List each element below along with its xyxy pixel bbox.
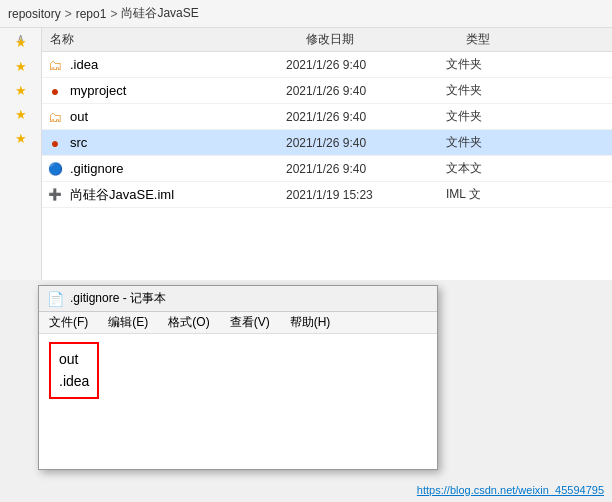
file-date: 2021/1/26 9:40 — [286, 58, 446, 72]
file-type: 文本文 — [446, 160, 608, 177]
file-name-cell: ● src — [46, 134, 286, 152]
file-name-cell: 🔵 .gitignore — [46, 160, 286, 178]
iml-icon: ➕ — [46, 186, 64, 204]
sidebar-star-2[interactable]: ★ — [13, 58, 29, 74]
file-type: IML 文 — [446, 186, 608, 203]
file-type: 文件夹 — [446, 108, 608, 125]
file-date: 2021/1/26 9:40 — [286, 136, 446, 150]
file-name: src — [70, 135, 87, 150]
content-highlight-box: out .idea — [49, 342, 99, 399]
file-name-cell: ● myproject — [46, 82, 286, 100]
file-date: 2021/1/26 9:40 — [286, 162, 446, 176]
file-date: 2021/1/26 9:40 — [286, 84, 446, 98]
notepad-title-icon: 📄 — [47, 291, 64, 307]
menu-file[interactable]: 文件(F) — [43, 312, 94, 333]
notepad-titlebar: 📄 .gitignore - 记事本 — [39, 286, 437, 312]
file-name: myproject — [70, 83, 126, 98]
col-header-name: 名称 — [46, 31, 306, 48]
file-type: 文件夹 — [446, 82, 608, 99]
folder-icon: 🗂 — [46, 108, 64, 126]
column-headers: 名称 修改日期 类型 — [42, 28, 612, 52]
col-header-type: 类型 — [466, 31, 608, 48]
folder-red-icon: ● — [46, 82, 64, 100]
folder-red-icon: ● — [46, 134, 64, 152]
content-line-2: .idea — [59, 370, 89, 392]
sidebar-star-5[interactable]: ★ — [13, 130, 29, 146]
file-type: 文件夹 — [446, 56, 608, 73]
breadcrumb-sep-1: > — [65, 7, 72, 21]
explorer-panel: repository > repo1 > 尚硅谷JavaSE ∧ ★ ★ ★ ★… — [0, 0, 612, 280]
notepad-window: 📄 .gitignore - 记事本 文件(F) 编辑(E) 格式(O) 查看(… — [38, 285, 438, 470]
file-list-area: 名称 修改日期 类型 🗂 .idea 2021/1/26 9:40 文件夹 ● … — [42, 28, 612, 280]
menu-view[interactable]: 查看(V) — [224, 312, 276, 333]
table-row[interactable]: ● src 2021/1/26 9:40 文件夹 — [42, 130, 612, 156]
breadcrumb-sep-2: > — [110, 7, 117, 21]
menu-help[interactable]: 帮助(H) — [284, 312, 337, 333]
file-name-cell: ➕ 尚硅谷JavaSE.iml — [46, 186, 286, 204]
file-type: 文件夹 — [446, 134, 608, 151]
left-sidebar: ∧ ★ ★ ★ ★ ★ — [0, 28, 42, 280]
menu-edit[interactable]: 编辑(E) — [102, 312, 154, 333]
scroll-up-icon[interactable]: ∧ — [17, 32, 24, 43]
sidebar-star-3[interactable]: ★ — [13, 82, 29, 98]
file-name-cell: 🗂 out — [46, 108, 286, 126]
table-row[interactable]: ● myproject 2021/1/26 9:40 文件夹 — [42, 78, 612, 104]
content-line-1: out — [59, 348, 89, 370]
file-name: 尚硅谷JavaSE.iml — [70, 186, 174, 204]
file-date: 2021/1/19 15:23 — [286, 188, 446, 202]
sidebar-star-4[interactable]: ★ — [13, 106, 29, 122]
notepad-title: .gitignore - 记事本 — [70, 290, 166, 307]
col-header-date: 修改日期 — [306, 31, 466, 48]
notepad-content[interactable]: out .idea — [39, 334, 437, 407]
breadcrumb: repository > repo1 > 尚硅谷JavaSE — [0, 0, 612, 28]
file-name: out — [70, 109, 88, 124]
breadcrumb-item-3[interactable]: 尚硅谷JavaSE — [121, 5, 198, 22]
breadcrumb-item-1[interactable]: repository — [8, 7, 61, 21]
table-row[interactable]: 🔵 .gitignore 2021/1/26 9:40 文本文 — [42, 156, 612, 182]
file-name-cell: 🗂 .idea — [46, 56, 286, 74]
table-row[interactable]: 🗂 out 2021/1/26 9:40 文件夹 — [42, 104, 612, 130]
watermark: https://blog.csdn.net/weixin_45594795 — [417, 484, 604, 496]
menu-format[interactable]: 格式(O) — [162, 312, 215, 333]
file-date: 2021/1/26 9:40 — [286, 110, 446, 124]
file-name: .gitignore — [70, 161, 123, 176]
file-name: .idea — [70, 57, 98, 72]
table-row[interactable]: 🗂 .idea 2021/1/26 9:40 文件夹 — [42, 52, 612, 78]
table-row[interactable]: ➕ 尚硅谷JavaSE.iml 2021/1/19 15:23 IML 文 — [42, 182, 612, 208]
breadcrumb-item-2[interactable]: repo1 — [76, 7, 107, 21]
folder-icon: 🗂 — [46, 56, 64, 74]
notepad-menubar: 文件(F) 编辑(E) 格式(O) 查看(V) 帮助(H) — [39, 312, 437, 334]
gitignore-icon: 🔵 — [46, 160, 64, 178]
